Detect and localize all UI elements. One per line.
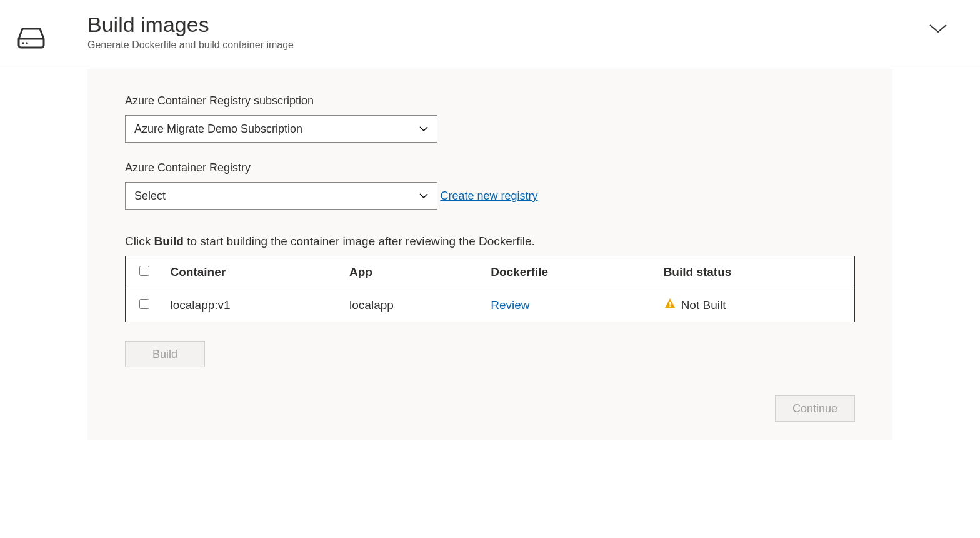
- app-header: App: [342, 256, 483, 288]
- svg-point-1: [22, 42, 24, 44]
- instruction-prefix: Click: [125, 235, 154, 248]
- row-checkbox[interactable]: [139, 299, 149, 309]
- build-status-header: Build status: [656, 256, 855, 288]
- instruction-suffix: to start building the container image af…: [184, 235, 535, 248]
- svg-rect-3: [669, 302, 671, 305]
- build-button[interactable]: Build: [125, 341, 205, 367]
- registry-group: Azure Container Registry Select Create n…: [125, 161, 855, 210]
- app-cell: localapp: [342, 288, 483, 322]
- build-status-cell: Not Built: [656, 288, 855, 322]
- warning-icon: [664, 297, 676, 313]
- page-header: Build images Generate Dockerfile and bui…: [0, 0, 980, 69]
- svg-point-2: [26, 42, 28, 44]
- row-checkbox-cell: [126, 288, 163, 322]
- continue-button[interactable]: Continue: [775, 395, 855, 422]
- header-text: Build images Generate Dockerfile and bui…: [88, 13, 928, 51]
- select-all-checkbox[interactable]: [139, 266, 149, 276]
- container-cell: localapp:v1: [163, 288, 342, 322]
- content-panel: Azure Container Registry subscription Az…: [88, 69, 892, 440]
- subscription-group: Azure Container Registry subscription Az…: [125, 94, 855, 143]
- build-status-text: Not Built: [681, 298, 726, 312]
- table-row: localapp:v1 localapp Review: [126, 288, 855, 322]
- page-title: Build images: [88, 13, 928, 37]
- instruction-text: Click Build to start building the contai…: [125, 235, 855, 248]
- containers-table: Container App Dockerfile Build status lo…: [125, 256, 855, 322]
- storage-icon: [12, 19, 50, 56]
- subscription-label: Azure Container Registry subscription: [125, 94, 855, 108]
- select-all-header: [126, 256, 163, 288]
- collapse-chevron-icon[interactable]: [928, 22, 949, 37]
- dockerfile-cell: Review: [483, 288, 656, 322]
- table-header-row: Container App Dockerfile Build status: [126, 256, 855, 288]
- instruction-bold: Build: [154, 235, 184, 248]
- subscription-select[interactable]: Azure Migrate Demo Subscription: [125, 115, 438, 143]
- svg-rect-4: [669, 306, 671, 307]
- container-header: Container: [163, 256, 342, 288]
- create-registry-link[interactable]: Create new registry: [440, 190, 538, 203]
- continue-row: Continue: [125, 395, 855, 422]
- dockerfile-header: Dockerfile: [483, 256, 656, 288]
- registry-label: Azure Container Registry: [125, 161, 855, 175]
- review-link[interactable]: Review: [491, 298, 529, 312]
- page-subtitle: Generate Dockerfile and build container …: [88, 39, 928, 51]
- registry-select[interactable]: Select: [125, 182, 438, 210]
